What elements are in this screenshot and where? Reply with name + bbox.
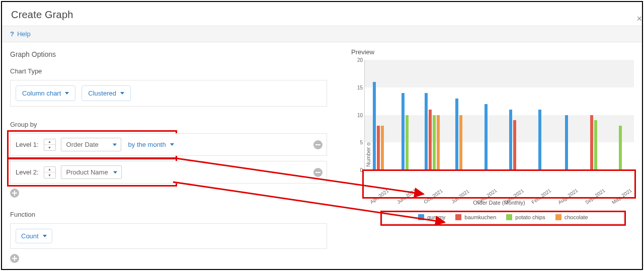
- chevron-down-icon: [113, 171, 117, 173]
- chart-bar: [373, 82, 376, 170]
- legend-item: potato chips: [506, 214, 545, 220]
- chart-category: [580, 60, 607, 170]
- function-heading: Function: [10, 211, 327, 218]
- chevron-down-icon: [65, 92, 69, 95]
- graph-options-heading: Graph Options: [10, 50, 327, 58]
- chart-y-tick: 15: [355, 84, 363, 90]
- level-order-stepper[interactable]: ▲ ▼: [44, 139, 56, 151]
- chart-type-heading: Chart Type: [10, 67, 327, 75]
- chart-y-tick: 5: [355, 140, 363, 145]
- chart-type-value: Column chart: [22, 89, 61, 97]
- chart-bar: [455, 99, 458, 170]
- chart-x-axis-label: Order Date (Monthly): [364, 200, 634, 206]
- chart-bar: [485, 104, 488, 170]
- close-icon[interactable]: ×: [636, 14, 642, 23]
- chart-category: [419, 60, 446, 170]
- chart-y-tick: 10: [355, 112, 363, 118]
- chart-bar: [377, 126, 380, 170]
- legend-label: baumkuchen: [464, 214, 496, 220]
- legend-label: chocolate: [565, 214, 588, 220]
- chart-category: [553, 60, 581, 170]
- chart-legend: gummybaumkuchenpotato chipschocolate: [382, 211, 624, 224]
- dialog-title: Create Graph: [2, 2, 642, 26]
- chart-y-tick: 20: [355, 57, 363, 63]
- chart-type-box: Column chart Clustered: [10, 80, 327, 107]
- chart-mode-select[interactable]: Clustered: [82, 85, 131, 101]
- function-select[interactable]: Count: [16, 229, 52, 243]
- legend-item: gummy: [418, 214, 445, 220]
- chart-bar: [381, 126, 384, 170]
- chart-category: [607, 60, 634, 170]
- chart-bar: [459, 115, 462, 170]
- level-order-stepper[interactable]: ▲ ▼: [44, 166, 56, 178]
- chart-type-select[interactable]: Column chart: [16, 85, 75, 101]
- remove-level-button[interactable]: [313, 168, 323, 177]
- preview-heading: Preview: [351, 48, 634, 56]
- help-label: Help: [17, 30, 31, 38]
- level-granularity-select[interactable]: by the month: [126, 138, 176, 151]
- stepper-up-icon[interactable]: ▲: [44, 139, 55, 145]
- stepper-up-icon[interactable]: ▲: [44, 167, 55, 173]
- function-box: Count: [10, 223, 327, 249]
- stepper-down-icon[interactable]: ▼: [44, 145, 55, 150]
- legend-label: gummy: [427, 214, 445, 220]
- chart-category: [472, 60, 500, 170]
- legend-label: potato chips: [515, 214, 545, 220]
- level-granularity-value: by the month: [128, 141, 166, 148]
- chart-bar: [433, 115, 436, 170]
- level-label: Level 1:: [16, 141, 39, 148]
- chart-mode-value: Clustered: [88, 89, 116, 97]
- level-field-value: Order Date: [66, 141, 99, 148]
- chart-bar: [425, 93, 428, 170]
- add-function-button[interactable]: [10, 254, 19, 263]
- legend-item: chocolate: [555, 214, 588, 220]
- group-level-row: Level 2: ▲ ▼ Product Name: [10, 161, 327, 184]
- chart-category: [500, 60, 527, 170]
- add-level-button[interactable]: [10, 189, 19, 198]
- chart-category: [392, 60, 419, 170]
- chart-plot-area: 05101520: [364, 60, 634, 170]
- level-label: Level 2:: [16, 168, 39, 176]
- chevron-down-icon: [113, 143, 117, 146]
- remove-level-button[interactable]: [313, 140, 323, 149]
- chart-bar: [509, 110, 512, 170]
- preview-chart: Number of Records 05101520 Apr, 2021Jun,…: [347, 60, 634, 226]
- chevron-down-icon: [120, 92, 124, 95]
- chart-bar: [594, 120, 597, 170]
- stepper-down-icon[interactable]: ▼: [44, 172, 55, 178]
- help-icon: ?: [10, 30, 14, 38]
- chart-bar: [619, 126, 622, 170]
- function-value: Count: [21, 232, 39, 240]
- help-link[interactable]: ?Help: [2, 26, 642, 42]
- legend-swatch: [418, 214, 424, 220]
- level-field-value: Product Name: [66, 168, 108, 176]
- chart-bar: [429, 110, 432, 170]
- chart-x-labels: Apr, 2021Jun, 2021Oct, 2021Jul, 2021Dec,…: [364, 191, 634, 197]
- level-field-select[interactable]: Product Name: [61, 165, 122, 179]
- legend-swatch: [455, 214, 461, 220]
- level-field-select[interactable]: Order Date: [61, 138, 121, 151]
- chart-bar: [401, 93, 405, 170]
- chart-category: [446, 60, 473, 170]
- legend-item: baumkuchen: [455, 214, 496, 220]
- chart-bar: [513, 120, 516, 170]
- legend-swatch: [506, 214, 512, 220]
- chart-bar: [406, 115, 409, 170]
- group-by-heading: Group by: [10, 121, 327, 128]
- chart-bar: [565, 115, 568, 170]
- chart-category: [526, 60, 553, 170]
- chart-bar: [538, 110, 541, 170]
- group-level-row: Level 1: ▲ ▼ Order Date by the month: [10, 133, 327, 156]
- chart-category: [365, 60, 392, 170]
- chevron-down-icon: [170, 143, 174, 146]
- legend-swatch: [555, 214, 561, 220]
- chevron-down-icon: [43, 235, 47, 237]
- chart-y-tick: 0: [355, 167, 363, 173]
- chart-bar: [590, 115, 593, 170]
- chart-bar: [437, 115, 440, 170]
